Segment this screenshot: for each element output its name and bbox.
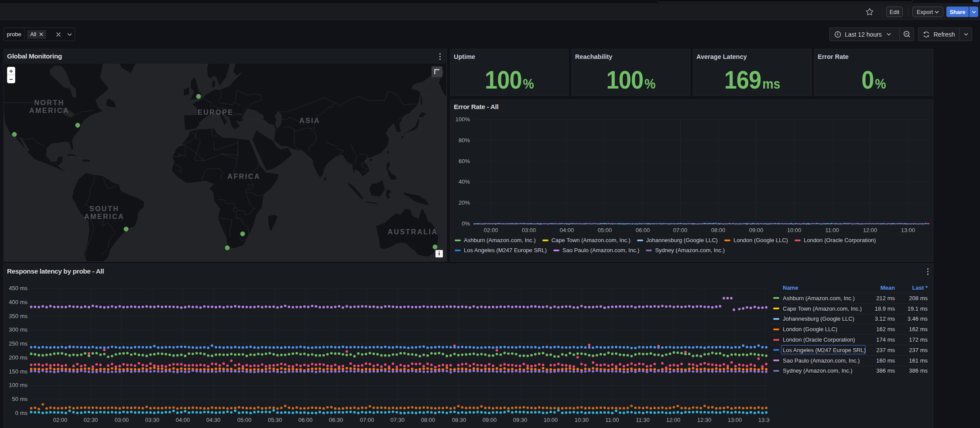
svg-text:12:30: 12:30 [697, 417, 712, 423]
svg-text:05:00: 05:00 [237, 417, 252, 423]
svg-text:SOUTH: SOUTH [89, 205, 120, 212]
svg-text:100 ms: 100 ms [9, 382, 27, 388]
svg-text:08:30: 08:30 [452, 417, 466, 423]
svg-text:02:00: 02:00 [53, 417, 68, 423]
svg-text:20%: 20% [459, 199, 470, 206]
svg-text:400 ms: 400 ms [9, 299, 27, 305]
svg-text:02:00: 02:00 [484, 227, 498, 233]
svg-text:50 ms: 50 ms [12, 396, 28, 402]
svg-text:05:00: 05:00 [598, 227, 612, 233]
svg-text:09:00: 09:00 [483, 417, 497, 423]
svg-text:11:00: 11:00 [825, 227, 839, 233]
svg-text:450 ms: 450 ms [9, 285, 27, 291]
svg-text:250 ms: 250 ms [9, 340, 27, 347]
svg-text:06:30: 06:30 [329, 417, 343, 423]
svg-text:09:00: 09:00 [749, 227, 764, 233]
svg-text:11:30: 11:30 [636, 417, 650, 423]
svg-text:10:30: 10:30 [575, 417, 589, 423]
svg-text:04:00: 04:00 [176, 417, 190, 423]
svg-text:100%: 100% [456, 116, 470, 123]
svg-text:40%: 40% [459, 178, 470, 185]
svg-text:300 ms: 300 ms [9, 326, 27, 333]
svg-text:03:30: 03:30 [145, 417, 160, 423]
svg-text:200 ms: 200 ms [9, 354, 27, 361]
svg-text:80%: 80% [459, 137, 470, 144]
svg-text:13:30: 13:30 [758, 417, 770, 423]
svg-text:04:00: 04:00 [560, 227, 574, 233]
svg-text:12:00: 12:00 [863, 227, 877, 233]
svg-text:11:00: 11:00 [605, 417, 619, 423]
svg-text:04:30: 04:30 [206, 417, 221, 423]
svg-text:10:00: 10:00 [544, 417, 558, 423]
svg-text:06:00: 06:00 [298, 417, 313, 423]
svg-text:08:00: 08:00 [421, 417, 435, 423]
svg-text:07:00: 07:00 [360, 417, 374, 423]
svg-text:09:30: 09:30 [513, 417, 528, 423]
svg-text:13:00: 13:00 [728, 417, 742, 423]
svg-text:12:00: 12:00 [666, 417, 681, 423]
svg-text:ASIA: ASIA [299, 117, 320, 124]
svg-text:06:00: 06:00 [636, 227, 650, 233]
svg-text:EUROPE: EUROPE [198, 109, 234, 116]
svg-text:10:00: 10:00 [787, 227, 802, 233]
svg-text:05:30: 05:30 [268, 417, 282, 423]
svg-text:60%: 60% [459, 158, 470, 164]
svg-text:150 ms: 150 ms [9, 368, 27, 375]
svg-text:NORTH: NORTH [34, 99, 64, 106]
svg-text:0 ms: 0 ms [15, 410, 28, 416]
svg-text:0%: 0% [462, 220, 470, 227]
svg-text:AFRICA: AFRICA [227, 173, 260, 180]
svg-text:07:00: 07:00 [673, 227, 688, 233]
svg-text:03:00: 03:00 [115, 417, 129, 423]
svg-text:02:30: 02:30 [84, 417, 98, 423]
svg-text:13:00: 13:00 [901, 227, 915, 233]
svg-text:AMERICA: AMERICA [29, 107, 69, 114]
svg-text:350 ms: 350 ms [9, 313, 27, 319]
svg-text:08:00: 08:00 [711, 227, 726, 233]
svg-text:07:30: 07:30 [391, 417, 405, 423]
svg-text:AMERICA: AMERICA [84, 213, 124, 220]
svg-text:AUSTRALIA: AUSTRALIA [388, 228, 438, 236]
svg-text:03:00: 03:00 [522, 227, 536, 233]
